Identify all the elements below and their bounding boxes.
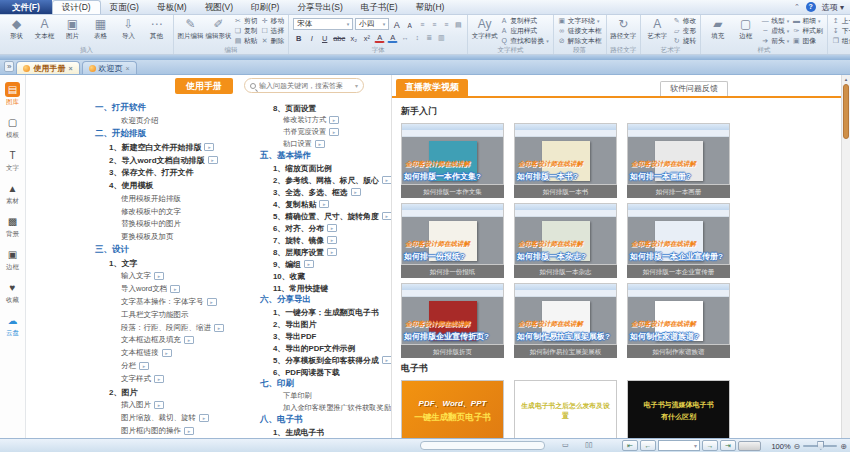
toc-entry[interactable]: 文字基本操作：字体字号▸ [95,295,258,308]
format-button-0[interactable]: B [293,32,304,43]
format-button-3[interactable]: abc [332,32,346,43]
toc-entry[interactable]: 8、层顺序设置▸ [260,246,391,258]
menu-tab-print[interactable]: 印刷(P) [242,0,288,14]
video-card[interactable]: 金印客设计师在线讲解如何排版一本作文集?如何排版一本作文集 [401,123,504,198]
page-number-input[interactable]: ▾ [658,440,700,451]
ribbon-button[interactable]: ▣图片 [60,16,85,45]
toc-entry[interactable]: 书脊宽度设置▸ [260,126,391,138]
toc-entry[interactable]: 9、编组▸ [260,258,391,270]
toc-entry[interactable]: 六、分享导出 [260,294,391,306]
toc-entry[interactable]: 1、文字 [95,257,258,270]
menu-tab-design[interactable]: 设计(D) [52,0,101,14]
toc-entry[interactable]: 八、电子书 [260,414,391,426]
toc-entry[interactable]: 下单印刷 [260,390,391,402]
zoom-slider[interactable] [803,445,837,447]
font-color-button[interactable]: A [374,32,385,43]
toc-entry[interactable]: 插入图片▸ [95,398,258,411]
toc-entry[interactable]: 文本框链接▸ [95,347,258,360]
sidebar-item-yunpan[interactable]: ☁云盘 [0,313,25,338]
text-tool-icon-0[interactable]: ↔ [400,32,410,43]
text-tool-icon-1[interactable]: ↕ [412,32,422,43]
align-icon-0[interactable]: ≡ [417,19,427,30]
sidebar-item-moban[interactable]: ▢模板 [0,115,25,140]
menu-tab-view[interactable]: 视图(V) [196,0,242,14]
video-card[interactable]: 电子书与流媒体电子书有什么区别电子书和流媒体电子书有什么区别 [627,380,730,438]
close-icon[interactable]: × [68,65,72,72]
format-button-5[interactable]: x² [361,32,372,43]
format-button-1[interactable]: I [306,32,317,43]
ribbon-button[interactable]: ☐选择 [261,26,285,36]
toc-entry[interactable]: 2、导入word文档自动排版▸ [95,154,258,167]
toc-entry[interactable]: 图片框内图的操作▸ [95,424,258,437]
next-page-button[interactable]: → [702,440,718,451]
video-thumbnail[interactable]: 金印客设计师在线讲解如何排版一本企业宣传册? [627,203,730,265]
toc-entry[interactable]: 二、开始排版 [95,128,258,141]
menu-tab-share[interactable]: 分享导出(S) [288,0,351,14]
sidebar-item-shoucang[interactable]: ♥收藏 [0,280,25,305]
menu-tab-help[interactable]: 帮助(H) [407,0,454,14]
grow-font-button[interactable]: A [391,19,402,30]
font-name-select[interactable]: 宋体▾ [293,18,353,30]
video-thumbnail[interactable]: PDF、Word、PPT一键生成翻页电子书 [401,380,504,438]
video-thumbnail[interactable]: 电子书与流媒体电子书有什么区别 [627,380,730,438]
toc-entry[interactable]: 5、分享模板到金印客获得分成▸ [260,354,391,366]
close-icon[interactable]: × [126,65,130,72]
toc-entry[interactable]: 文字样式▸ [95,373,258,386]
ribbon-button[interactable]: ▢边框 [733,16,758,45]
doc-tab-manual[interactable]: 使用手册× [16,61,79,74]
video-card[interactable]: 金印客设计师在线讲解如何排版一本杂志?如何排版一本杂志 [514,203,617,278]
ribbon-button[interactable]: Ay文字样式 [472,16,497,45]
video-card[interactable]: 金印客设计师在线讲解如何排一份报纸?如何排一份报纸 [401,203,504,278]
last-page-button[interactable]: ⇥ [720,440,736,451]
ribbon-button[interactable]: ↧下一层▾ [832,26,850,36]
toc-entry[interactable]: 图片缩放、裁切、旋转▸ [95,411,258,424]
ribbon-button[interactable]: A文本框 [32,16,57,45]
pages-preview-button[interactable] [738,441,761,451]
search-box[interactable]: ▾ [244,78,364,93]
text-tool-icon-2[interactable]: ≣ [424,32,434,43]
ribbon-button[interactable]: ▦表格 [88,16,113,45]
align-icon-3[interactable]: ▤ [453,19,463,30]
highlight-color-button[interactable]: A [387,32,398,43]
video-card[interactable]: 金印客设计师在线讲解如何制作易拉宝展架展板?如何制作易拉宝展架展板 [514,283,617,358]
ribbon-button[interactable]: ⇩导入 [116,16,141,45]
ribbon-button[interactable]: A复制样式 [500,16,549,26]
align-icon-1[interactable]: ≡ [429,19,439,30]
toc-entry[interactable]: 8、页面设置 [260,102,391,114]
format-button-2[interactable]: U [319,32,330,43]
scroll-up-icon[interactable]: ▴ [842,75,850,83]
toc-entry[interactable]: 7、旋转、镜像▸ [260,234,391,246]
menu-tab-page[interactable]: 页面(G) [101,0,148,14]
toc-entry[interactable]: 导入word文档▸ [95,282,258,295]
ribbon-button[interactable]: ↻路径文字 [611,16,636,45]
toc-entry[interactable]: 输入文字▸ [95,270,258,283]
ribbon-button[interactable]: A应用样式 [500,26,549,36]
toc-entry[interactable]: 11、常用快捷键 [260,282,391,294]
ribbon-button[interactable]: ✑样式刷 [792,26,822,36]
ribbon-button[interactable]: ▰填充 [705,16,730,45]
toc-entry[interactable]: 一、打开软件 [95,102,258,115]
search-dropdown-icon[interactable]: ▾ [355,82,358,89]
spread-view-icon[interactable]: ▯▯ [585,441,593,449]
align-icon-2[interactable]: ≡ [441,19,451,30]
page-dropdown-icon[interactable]: ▾ [694,442,697,449]
video-card[interactable]: 金印客设计师在线讲解如何排版企业宣传折页?如何排版折页 [401,283,504,358]
toc-entry[interactable]: 七、印刷 [260,378,391,390]
shrink-font-button[interactable]: A [404,19,415,30]
videos-scrollbar[interactable]: ▴ [841,75,850,438]
toc-entry[interactable]: 更换模板及加页 [95,231,258,244]
sidebar-item-beijing[interactable]: ▩背景 [0,214,25,239]
search-input[interactable] [259,82,352,89]
ribbon-button[interactable]: ∞链接文本框 [558,26,602,36]
menu-tab-master[interactable]: 母板(M) [148,0,196,14]
ribbon-button[interactable]: ↥上一层▾ [832,16,850,26]
ribbon-button[interactable]: ◆形状 [4,16,29,45]
toc-entry[interactable]: 2、图片 [95,386,258,399]
single-page-icon[interactable]: ▭ [562,441,569,449]
video-thumbnail[interactable]: 金印客设计师在线讲解如何排版企业宣传折页? [401,283,504,345]
first-page-button[interactable]: ⇤ [622,440,638,451]
panel-toggle-icon[interactable]: » [4,61,14,72]
video-thumbnail[interactable]: 金印客设计师在线讲解如何排版一本作文集? [401,123,504,185]
font-size-select[interactable]: 小四▾ [355,18,389,30]
format-button-4[interactable]: x₂ [348,32,359,43]
